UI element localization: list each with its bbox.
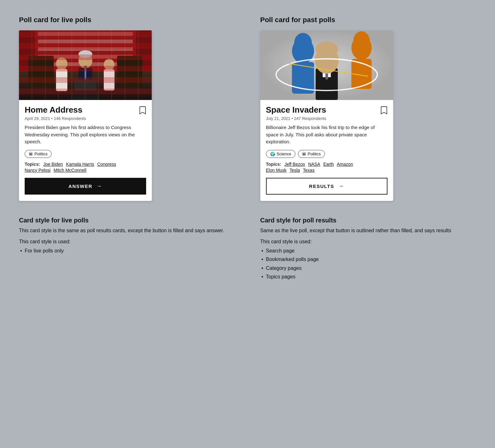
- past-desc-item-1: Search page: [260, 246, 476, 255]
- topic-earth[interactable]: Earth: [323, 162, 334, 167]
- past-desc-list-intro: This card style is used:: [260, 239, 476, 245]
- svg-rect-17: [84, 69, 86, 82]
- svg-point-10: [56, 57, 67, 70]
- past-poll-description: Billionaire Jeff Bezos took his first tr…: [266, 124, 387, 146]
- svg-point-21: [84, 65, 87, 70]
- live-desc-item-1: For live polls only: [19, 246, 235, 255]
- svg-rect-19: [71, 90, 100, 100]
- past-desc-item-4: Topics pages: [260, 272, 476, 281]
- topic-texas[interactable]: Texas: [303, 168, 315, 173]
- svg-rect-0: [19, 30, 152, 100]
- live-poll-section-label: Poll card for live polls: [19, 16, 235, 24]
- live-poll-card: Home Address April 29, 2021 • 146 Respon…: [19, 30, 235, 201]
- bookmark-icon[interactable]: [139, 106, 146, 115]
- politics-icon: 🏛: [29, 152, 33, 156]
- svg-rect-16: [78, 68, 92, 93]
- topic-tesla[interactable]: Tesla: [290, 168, 300, 173]
- topic-jeff-bezos[interactable]: Jeff Bezos: [284, 162, 305, 167]
- past-poll-card: Space Invaders July 21, 2021 • 247 Respo…: [260, 30, 476, 201]
- live-poll-topics: Topics: Joe Biden Kamala Harris Congress…: [25, 162, 146, 173]
- live-desc-title: Card style for live polls: [19, 217, 235, 224]
- answer-button-label: ANSWER: [68, 184, 92, 189]
- live-poll-description-section: Card style for live polls This card styl…: [19, 217, 235, 281]
- past-poll-meta: July 21, 2021 • 247 Respondents: [266, 116, 387, 121]
- live-poll-title: Home Address: [25, 105, 136, 115]
- svg-rect-4: [38, 47, 133, 51]
- results-button-label: RESULTS: [309, 184, 334, 189]
- tag-politics-past-label: Politics: [308, 152, 321, 156]
- results-arrow-icon: →: [338, 183, 344, 190]
- live-desc-list-intro: This card style is used:: [19, 239, 235, 245]
- science-icon: 🌍: [270, 152, 275, 156]
- svg-rect-13: [104, 69, 114, 90]
- past-poll-description-section: Card style for poll results Same as the …: [260, 217, 476, 281]
- svg-point-15: [78, 50, 92, 58]
- topic-nancy-pelosi[interactable]: Nancy Pelosi: [25, 168, 51, 173]
- topic-congress[interactable]: Congress: [97, 162, 116, 167]
- svg-rect-3: [38, 40, 133, 43]
- live-poll-meta: April 29, 2021 • 146 Respondents: [25, 116, 146, 121]
- past-desc-list: Search page Bookmarked polls page Catego…: [260, 246, 476, 281]
- past-desc-title: Card style for poll results: [260, 217, 476, 224]
- topic-joe-biden[interactable]: Joe Biden: [43, 162, 63, 167]
- topic-kamala-harris[interactable]: Kamala Harris: [66, 162, 94, 167]
- svg-rect-7: [19, 72, 152, 100]
- svg-rect-6: [38, 62, 133, 66]
- live-poll-tags: 🏛 Politics: [25, 150, 146, 158]
- svg-rect-18: [74, 79, 96, 92]
- past-desc-item-3: Category pages: [260, 264, 476, 272]
- svg-point-12: [104, 59, 114, 70]
- tag-science-label: Science: [277, 152, 291, 156]
- past-poll-section-label: Poll card for past polls: [260, 16, 476, 24]
- live-desc-list: For live polls only: [19, 246, 235, 255]
- svg-point-29: [353, 31, 370, 50]
- politics-icon-past: 🏛: [302, 152, 306, 156]
- past-desc-paragraph: Same as the live poll, except that butto…: [260, 227, 476, 235]
- live-desc-paragraph: This card style is the same as poll resu…: [19, 227, 235, 235]
- topic-elon-musk[interactable]: Elon Musk: [266, 168, 287, 173]
- past-desc-item-2: Bookmarked polls page: [260, 255, 476, 264]
- tag-politics-live[interactable]: 🏛 Politics: [25, 150, 52, 158]
- tag-politics-live-label: Politics: [34, 152, 47, 156]
- tag-science[interactable]: 🌍 Science: [266, 150, 295, 158]
- topic-amazon[interactable]: Amazon: [337, 162, 353, 167]
- results-button[interactable]: RESULTS →: [266, 178, 387, 195]
- live-poll-image: [19, 30, 152, 100]
- svg-rect-2: [38, 32, 133, 36]
- tag-politics-past[interactable]: 🏛 Politics: [298, 150, 325, 158]
- topic-nasa[interactable]: NASA: [308, 162, 320, 167]
- answer-button[interactable]: ANSWER →: [25, 178, 146, 195]
- live-poll-description: President Biden gave his first address t…: [25, 124, 146, 146]
- svg-rect-5: [38, 55, 133, 59]
- svg-point-34: [315, 41, 338, 57]
- past-poll-title: Space Invaders: [266, 105, 377, 115]
- past-poll-tags: 🌍 Science 🏛 Politics: [266, 150, 387, 158]
- svg-rect-1: [35, 30, 136, 75]
- svg-rect-8: [28, 56, 54, 87]
- past-poll-image: [260, 30, 393, 100]
- svg-rect-11: [56, 69, 67, 91]
- topic-mitch-mcconnell[interactable]: Mitch McConnell: [54, 168, 86, 173]
- past-poll-topics: Topics: Jeff Bezos NASA Earth Amazon Elo…: [266, 162, 387, 173]
- arrow-right-icon: →: [96, 183, 102, 190]
- svg-point-26: [294, 33, 312, 53]
- svg-rect-9: [117, 56, 142, 87]
- svg-point-14: [78, 53, 92, 68]
- bookmark-icon-past[interactable]: [381, 106, 387, 115]
